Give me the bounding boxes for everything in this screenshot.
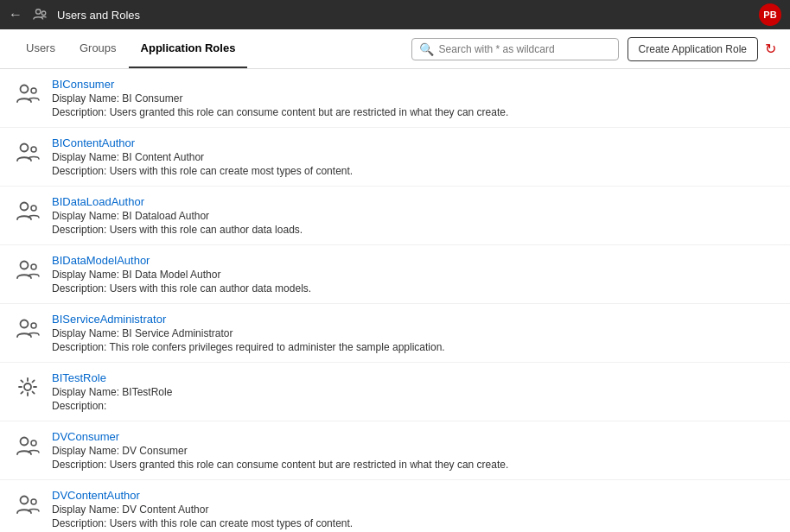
svg-point-7 — [31, 206, 36, 211]
svg-point-14 — [31, 440, 36, 446]
gear-role-icon — [14, 373, 41, 401]
roles-list: BIConsumerDisplay Name: BI ConsumerDescr… — [0, 69, 790, 532]
role-name[interactable]: DVContentAuthor — [52, 489, 353, 502]
svg-point-10 — [21, 320, 29, 328]
role-name[interactable]: DVConsumer — [52, 430, 508, 443]
search-box[interactable]: 🔍 — [411, 38, 619, 60]
avatar: PB — [759, 3, 781, 26]
table-row: BIDataLoadAuthorDisplay Name: BI Dataloa… — [0, 187, 790, 245]
svg-point-8 — [21, 262, 29, 269]
role-description: Description: Users with this role can cr… — [52, 165, 353, 177]
table-row: BIConsumerDisplay Name: BI ConsumerDescr… — [0, 69, 790, 128]
svg-point-15 — [21, 497, 29, 504]
role-display-name: Display Name: BI Content Author — [52, 151, 353, 163]
tab-users[interactable]: Users — [14, 29, 67, 68]
svg-point-0 — [36, 10, 41, 14]
role-display-name: Display Name: BI Service Administrator — [52, 327, 445, 339]
svg-point-11 — [31, 323, 36, 328]
user-role-icon — [14, 432, 41, 459]
svg-point-2 — [21, 86, 29, 93]
user-role-icon — [14, 79, 41, 107]
search-icon: 🔍 — [419, 42, 434, 56]
role-description: Description: Users granted this role can… — [52, 106, 508, 118]
role-name[interactable]: BIServiceAdministrator — [52, 313, 445, 326]
svg-point-4 — [21, 144, 29, 152]
user-role-icon — [14, 138, 41, 166]
role-display-name: Display Name: DV Content Author — [52, 504, 353, 516]
app-icon — [31, 6, 48, 23]
user-role-icon — [14, 314, 41, 342]
role-description: Description: Users granted this role can… — [52, 459, 508, 471]
svg-point-3 — [31, 88, 36, 93]
table-row: BIDataModelAuthorDisplay Name: BI Data M… — [0, 245, 790, 304]
toolbar: Users Groups Application Roles 🔍 Create … — [0, 29, 790, 69]
role-name[interactable]: BIContentAuthor — [52, 136, 353, 149]
role-description: Description: Users with this role can au… — [52, 282, 311, 294]
refresh-button[interactable]: ↻ — [765, 41, 776, 57]
role-description: Description: — [52, 400, 172, 412]
svg-point-6 — [21, 203, 29, 211]
role-display-name: Display Name: BITestRole — [52, 386, 172, 398]
svg-point-13 — [21, 438, 29, 446]
tab-groups[interactable]: Groups — [67, 29, 129, 68]
table-row: DVConsumerDisplay Name: DV ConsumerDescr… — [0, 421, 790, 480]
tab-application-roles[interactable]: Application Roles — [129, 29, 248, 68]
role-display-name: Display Name: DV Consumer — [52, 445, 508, 457]
role-description: Description: Users with this role can au… — [52, 224, 303, 236]
title-bar: ← Users and Roles PB — [0, 0, 790, 29]
svg-point-5 — [31, 147, 36, 152]
create-application-role-button[interactable]: Create Application Role — [628, 37, 758, 61]
svg-point-16 — [31, 499, 36, 504]
svg-point-12 — [24, 383, 31, 390]
role-description: Description: Users with this role can cr… — [52, 517, 353, 529]
user-role-icon — [14, 256, 41, 283]
role-description: Description: This role confers privilege… — [52, 341, 445, 353]
role-name[interactable]: BIConsumer — [52, 78, 508, 91]
role-display-name: Display Name: BI Data Model Author — [52, 269, 311, 281]
table-row: DVContentAuthorDisplay Name: DV Content … — [0, 480, 790, 532]
search-input[interactable] — [439, 43, 611, 55]
back-button[interactable]: ← — [9, 7, 22, 22]
role-name[interactable]: BIDataModelAuthor — [52, 254, 311, 267]
role-display-name: Display Name: BI Consumer — [52, 92, 508, 104]
page-title: Users and Roles — [57, 9, 750, 22]
user-role-icon — [14, 491, 41, 518]
user-role-icon — [14, 197, 41, 225]
svg-point-1 — [41, 11, 46, 16]
role-display-name: Display Name: BI Dataload Author — [52, 210, 303, 222]
table-row: BIContentAuthorDisplay Name: BI Content … — [0, 128, 790, 187]
table-row: BITestRoleDisplay Name: BITestRoleDescri… — [0, 363, 790, 421]
role-name[interactable]: BITestRole — [52, 371, 172, 384]
role-name[interactable]: BIDataLoadAuthor — [52, 195, 303, 208]
table-row: BIServiceAdministratorDisplay Name: BI S… — [0, 304, 790, 363]
svg-point-9 — [31, 264, 36, 269]
